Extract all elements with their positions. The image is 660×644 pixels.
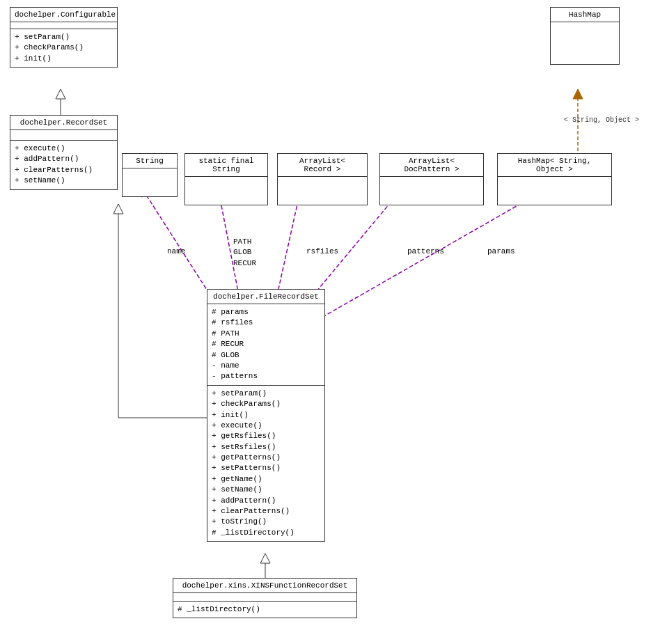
recordset-methods: + execute() + addPattern() + clearPatter… [10, 141, 117, 189]
hashmap-string-object-body [498, 177, 611, 205]
configurable-class: dochelper.Configurable + setParam() + ch… [10, 7, 118, 68]
arraylist-record-title: ArrayList< Record > [278, 154, 367, 177]
svg-marker-1 [56, 89, 65, 99]
svg-text:< String, Object >: < String, Object > [564, 116, 639, 124]
filerecordset-class: dochelper.FileRecordSet # params # rsfil… [207, 289, 325, 542]
static-final-string-class: static final String [184, 153, 268, 205]
static-final-string-body [185, 177, 267, 205]
configurable-title: dochelper.Configurable [10, 8, 117, 22]
configurable-methods: + setParam() + checkParams() + init() [10, 29, 117, 67]
label-rsfiles: rsfiles [306, 247, 338, 256]
arraylist-docpattern-title: ArrayList< DocPattern > [380, 154, 483, 177]
hashmap-string-object-class: HashMap< String, Object > [497, 153, 612, 205]
xins-methods: # _listDirectory() [173, 602, 356, 618]
diagram-container: < String, Object > dochelper.Configurabl… [0, 0, 660, 644]
string-type-body [123, 168, 177, 196]
hashmap-simple-body [551, 22, 619, 64]
arraylist-docpattern-class: ArrayList< DocPattern > [379, 153, 484, 205]
label-name: name [167, 247, 185, 256]
arraylist-record-class: ArrayList< Record > [277, 153, 368, 205]
string-type-class: String [122, 153, 178, 197]
label-params: params [487, 247, 515, 256]
svg-marker-4 [113, 204, 123, 214]
arraylist-record-body [278, 177, 367, 205]
arrows-svg: < String, Object > [0, 0, 660, 644]
hashmap-string-object-title: HashMap< String, Object > [498, 154, 611, 177]
xins-title: dochelper.xins.XINSFunctionRecordSet [173, 579, 356, 593]
filerecordset-title: dochelper.FileRecordSet [207, 290, 324, 304]
recordset-fields [10, 130, 117, 141]
svg-marker-6 [260, 553, 270, 563]
arraylist-docpattern-body [380, 177, 483, 205]
filerecordset-fields: # params # rsfiles # PATH # RECUR # GLOB… [207, 304, 324, 386]
static-final-string-title: static final String [185, 154, 267, 177]
string-type-title: String [123, 154, 177, 168]
svg-marker-8 [573, 89, 583, 99]
filerecordset-methods: + setParam() + checkParams() + init() + … [207, 386, 324, 541]
label-path-glob-recur: PATHGLOBRECUR [233, 237, 256, 269]
recordset-title: dochelper.RecordSet [10, 116, 117, 130]
recordset-class: dochelper.RecordSet + execute() + addPat… [10, 115, 118, 190]
configurable-fields [10, 22, 117, 29]
label-patterns: patterns [407, 247, 444, 256]
svg-line-18 [317, 195, 536, 320]
xins-class: dochelper.xins.XINSFunctionRecordSet # _… [173, 578, 357, 618]
xins-fields [173, 593, 356, 602]
hashmap-simple-title: HashMap [551, 8, 619, 22]
hashmap-simple-class: HashMap [550, 7, 620, 65]
